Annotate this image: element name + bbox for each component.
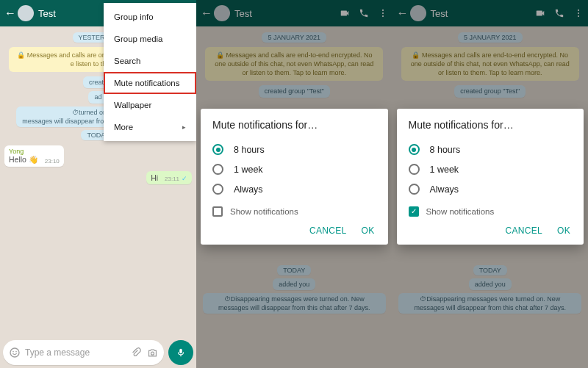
checkbox-icon [409, 206, 419, 217]
radio-option-8hours[interactable]: 8 hours [409, 140, 573, 159]
menu-item-wallpaper[interactable]: Wallpaper [104, 94, 196, 116]
cancel-button[interactable]: CANCEL [506, 226, 542, 236]
radio-option-always[interactable]: Always [409, 179, 573, 199]
svg-point-0 [10, 348, 19, 357]
back-icon[interactable]: ← [4, 7, 16, 20]
message-text: Hello 👋 [9, 155, 38, 164]
dialog-title: Mute notifications for… [212, 119, 376, 131]
input-bar: Type a message [3, 340, 193, 365]
ok-button[interactable]: OK [557, 226, 570, 236]
checkbox-icon [212, 206, 223, 217]
radio-icon [212, 184, 223, 195]
attach-icon[interactable] [130, 347, 141, 358]
menu-item-group-media[interactable]: Group media [104, 28, 196, 50]
radio-icon [409, 144, 420, 155]
input-placeholder: Type a message [25, 347, 124, 358]
message-text: Hi [151, 173, 158, 182]
message-input[interactable]: Type a message [3, 340, 164, 365]
show-notifications-checkbox[interactable]: Show notifications [212, 199, 376, 220]
radio-icon [409, 164, 420, 175]
chevron-right-icon: ▸ [182, 123, 186, 131]
show-notifications-checkbox[interactable]: Show notifications [409, 199, 573, 220]
menu-item-mute[interactable]: Mute notifications [104, 72, 196, 94]
radio-icon [212, 164, 223, 175]
radio-option-always[interactable]: Always [212, 179, 376, 199]
message-time: 23:10 [45, 158, 60, 165]
radio-option-1week[interactable]: 1 week [212, 159, 376, 179]
group-avatar[interactable] [18, 5, 34, 21]
menu-item-group-info[interactable]: Group info [104, 6, 196, 28]
message-sender: Yong [9, 148, 60, 155]
radio-icon [409, 184, 420, 195]
radio-option-1week[interactable]: 1 week [409, 159, 573, 179]
message-incoming[interactable]: Yong Hello 👋 23:10 [4, 145, 64, 167]
message-time: 23:11 [165, 176, 179, 182]
svg-point-1 [12, 351, 14, 353]
dialog-title: Mute notifications for… [409, 119, 573, 131]
radio-icon [212, 144, 223, 155]
lock-icon: 🔒 [17, 51, 25, 59]
camera-icon[interactable] [147, 347, 158, 358]
emoji-icon[interactable] [9, 347, 21, 358]
svg-point-3 [151, 352, 154, 355]
ok-button[interactable]: OK [362, 226, 375, 236]
radio-option-8hours[interactable]: 8 hours [212, 140, 376, 159]
mute-dialog: Mute notifications for… 8 hours 1 week A… [397, 109, 584, 245]
overflow-menu: Group info Group media Search Mute notif… [104, 3, 196, 141]
message-outgoing[interactable]: Hi 23:11 ✓ [146, 171, 192, 184]
menu-item-search[interactable]: Search [104, 50, 196, 72]
mic-button[interactable] [168, 340, 193, 365]
read-tick-icon: ✓ [182, 175, 187, 182]
timer-icon: ⏱ [72, 109, 79, 116]
svg-point-2 [15, 351, 17, 353]
mute-dialog: Mute notifications for… 8 hours 1 week A… [201, 109, 388, 245]
cancel-button[interactable]: CANCEL [309, 226, 346, 236]
menu-item-more[interactable]: More ▸ [104, 116, 196, 138]
